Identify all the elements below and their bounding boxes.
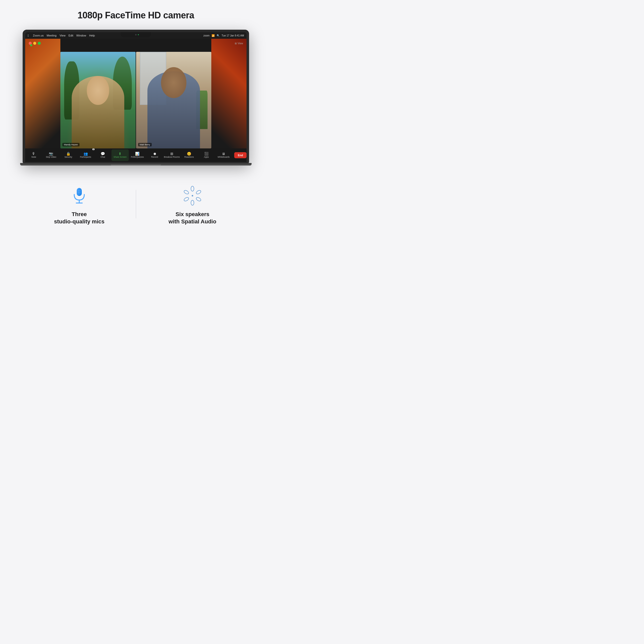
participants-badge: 2 — [92, 148, 95, 150]
mics-title: Threestudio-quality mics — [54, 211, 104, 225]
menu-bar-left:  Zoom.us Meeting View Edit Window Help — [28, 34, 95, 37]
security-icon: 🔒 — [66, 152, 70, 155]
participants-button[interactable]: 👥 Participants 2 — [77, 149, 94, 161]
svg-rect-0 — [77, 188, 82, 196]
menu-zoom[interactable]: Zoom.us — [33, 34, 44, 37]
menu-bar-right: zoom 📶 🔍 Tue 17 Jan 9:41 AM — [203, 34, 244, 37]
mute-label: Mute — [31, 156, 36, 158]
end-button[interactable]: End — [234, 152, 247, 158]
video-icon: 📷 — [49, 152, 53, 155]
apps-button[interactable]: ⬛ Apps — [198, 149, 215, 161]
menu-meeting[interactable]: Meeting — [47, 34, 57, 37]
polls-button[interactable]: 📊 Polls/Quizzes — [129, 149, 146, 161]
status-indicator — [30, 44, 32, 46]
svg-point-7 — [196, 190, 202, 195]
view-button[interactable]: ⊞ View — [235, 42, 243, 45]
security-button[interactable]: 🔒 Security — [60, 149, 77, 161]
video-area: Mandy Hazen Matt Berry — [60, 52, 211, 148]
participants-icon: 👥 — [84, 152, 88, 155]
participants-label: Participants — [80, 156, 91, 158]
menu-view[interactable]: View — [60, 34, 66, 37]
menu-time: Tue 17 Jan 9:41 AM — [222, 34, 244, 37]
whiteboards-icon: 🖥 — [222, 152, 225, 155]
matt-face — [161, 67, 187, 98]
reactions-button[interactable]: 😊 Reactions — [180, 149, 198, 161]
matt-label: Matt Berry — [138, 143, 152, 146]
macbook-wrapper:  Zoom.us Meeting View Edit Window Help … — [23, 30, 249, 166]
reactions-label: Reactions — [184, 156, 194, 158]
security-label: Security — [64, 156, 72, 158]
bg-right-decoration — [211, 39, 247, 162]
svg-point-8 — [196, 197, 202, 202]
whiteboards-button[interactable]: 🖥 Whiteboards — [215, 149, 232, 161]
minimize-button[interactable] — [33, 42, 36, 45]
polls-icon: 📊 — [135, 152, 139, 155]
camera-light — [138, 34, 139, 35]
mic-icon-wrap — [69, 186, 89, 206]
stop-video-button[interactable]: 📷 Stop Video — [43, 149, 60, 161]
svg-point-9 — [191, 200, 194, 205]
share-screen-icon: ⬆ — [118, 152, 122, 155]
speakers-title: Six speakerswith Spatial Audio — [169, 211, 216, 225]
macbook-screen:  Zoom.us Meeting View Edit Window Help … — [25, 32, 247, 162]
record-label: Record — [151, 156, 158, 158]
breakout-rooms-button[interactable]: ⊞ Breakout Rooms — [163, 149, 181, 161]
share-screen-button[interactable]: ⬆ Share Screen — [111, 149, 129, 161]
breakout-rooms-icon: ⊞ — [170, 152, 173, 155]
mandy-face — [87, 76, 109, 105]
video-tile-matt: Matt Berry — [136, 52, 211, 148]
apps-icon: ⬛ — [204, 152, 209, 155]
chat-button[interactable]: 💬 Chat — [94, 149, 111, 161]
chat-label: Chat — [101, 156, 105, 158]
menu-search-icon: 🔍 — [217, 34, 220, 37]
breakout-rooms-label: Breakout Rooms — [164, 156, 180, 158]
chat-icon: 💬 — [101, 152, 105, 155]
view-label: View — [238, 42, 243, 45]
microphone-icon — [72, 187, 87, 205]
menu-edit[interactable]: Edit — [68, 34, 73, 37]
whiteboards-label: Whiteboards — [218, 156, 230, 158]
mandy-label: Mandy Hazen — [62, 143, 79, 146]
macbook-base — [20, 163, 252, 166]
svg-point-10 — [183, 197, 189, 202]
feature-speakers: Six speakerswith Spatial Audio — [136, 181, 249, 228]
speaker-icon-wrap — [182, 186, 203, 206]
bg-left-decoration — [25, 39, 60, 162]
page-headline: 1080p FaceTime HD camera — [77, 10, 194, 21]
record-icon: ⏺ — [153, 152, 156, 155]
mute-button[interactable]: 🎙 Mute — [25, 149, 43, 161]
toolbar: 🎙 Mute 📷 Stop Video 🔒 Security — [25, 148, 247, 162]
menu-zoom-logo: zoom — [203, 34, 209, 37]
apple-logo-icon:  — [28, 34, 29, 37]
macbook-outer:  Zoom.us Meeting View Edit Window Help … — [23, 30, 249, 163]
menu-window[interactable]: Window — [76, 34, 86, 37]
window-title-bar: ⊞ View — [25, 39, 247, 48]
svg-point-6 — [191, 186, 194, 191]
maximize-button[interactable] — [38, 42, 41, 45]
mute-icon: 🎙 — [32, 152, 35, 155]
polls-label: Polls/Quizzes — [131, 156, 144, 158]
menu-help[interactable]: Help — [89, 34, 95, 37]
svg-point-12 — [192, 195, 193, 196]
view-grid-icon: ⊞ — [235, 42, 237, 45]
record-button[interactable]: ⏺ Record — [146, 149, 163, 161]
feature-mics: Threestudio-quality mics — [23, 181, 136, 228]
stop-video-label: Stop Video — [46, 156, 56, 158]
reactions-icon: 😊 — [187, 152, 191, 155]
share-screen-label: Share Screen — [113, 156, 127, 158]
apps-label: Apps — [204, 156, 209, 158]
zoom-window: ⊞ View — [25, 39, 247, 162]
svg-point-11 — [183, 190, 189, 195]
features-section: Threestudio-quality mics — [23, 181, 249, 228]
macbook-notch — [121, 32, 151, 37]
camera-dot — [135, 34, 137, 35]
video-tile-mandy: Mandy Hazen — [60, 52, 136, 148]
spatial-audio-icon — [182, 186, 203, 206]
menu-wifi-icon: 📶 — [212, 34, 215, 37]
